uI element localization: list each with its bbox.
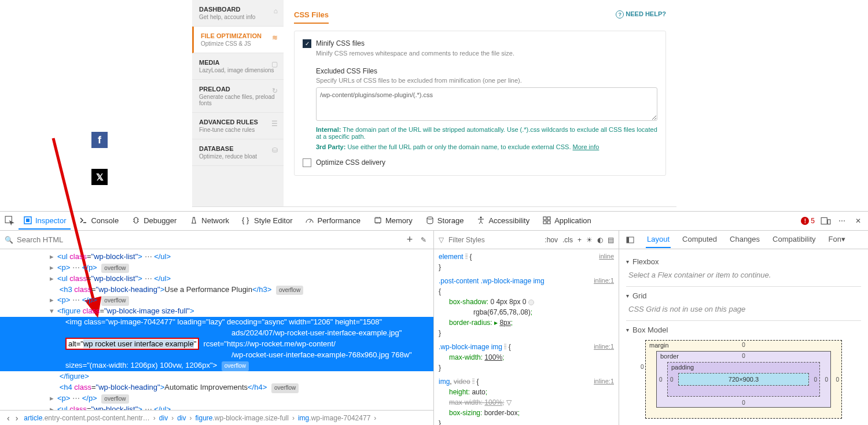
crumb-div[interactable]: div	[157, 413, 170, 423]
sidebar-item-advanced[interactable]: ADVANCED RULES Fine-tune cache rules ☰	[192, 113, 284, 139]
wp-sidebar: DASHBOARD Get help, account info ⌂ FILE …	[192, 0, 284, 206]
sidebar-title: DASHBOARD	[199, 6, 277, 13]
more-info-link[interactable]: More info	[573, 143, 599, 150]
styles-pane: ▽ :hov .cls + ☀ ◐ ▤ element ⦙⦙ { inline …	[434, 231, 619, 425]
need-help-link[interactable]: ?NEED HELP?	[616, 10, 666, 19]
close-icon[interactable]: ✕	[853, 216, 863, 226]
svg-rect-9	[547, 217, 550, 220]
layout-tab-computed[interactable]: Computed	[681, 231, 718, 248]
error-count[interactable]: !5	[801, 217, 815, 225]
layout-tabs: Layout Computed Changes Compatibility Fo…	[619, 231, 868, 249]
print-icon[interactable]: ▤	[608, 236, 614, 244]
box-model-diagram[interactable]: margin 00 border 0000 padding 00 720×900…	[645, 340, 842, 419]
sidebar-item-file-optimization[interactable]: FILE OPTIMIZATION Optimize CSS & JS ≋	[192, 27, 284, 53]
sidebar-sub: Fine-tune cache rules	[199, 127, 277, 133]
crumb-div2[interactable]: div	[175, 413, 188, 423]
sidebar-title: MEDIA	[199, 59, 277, 66]
image-icon: ▢	[271, 60, 278, 68]
sidebar-item-media[interactable]: MEDIA LazyLoad, image dimensions ▢	[192, 53, 284, 80]
search-html-input[interactable]	[17, 235, 401, 244]
rules-list[interactable]: element ⦙⦙ { inline } .post-content .wp-…	[434, 249, 619, 425]
sidebar-item-dashboard[interactable]: DASHBOARD Get help, account info ⌂	[192, 0, 284, 27]
crumb-figure[interactable]: figure.wp-block-image.size-full	[193, 413, 290, 423]
layout-tab-fonts[interactable]: Fon▾	[827, 231, 847, 248]
devtools: Inspector Console Debugger Network { }St…	[0, 211, 868, 425]
svg-rect-10	[543, 221, 546, 224]
html-search-bar: 🔍 + ✎	[0, 231, 433, 249]
tab-performance[interactable]: Performance	[300, 212, 365, 230]
add-node-icon[interactable]: +	[404, 235, 415, 245]
sidebar-sub: Optimize CSS & JS	[201, 40, 277, 47]
layout-tab-layout[interactable]: Layout	[646, 231, 671, 248]
checkbox-empty-icon[interactable]	[303, 158, 311, 167]
sidebar-sub: Generate cache files, preload fonts	[199, 94, 277, 106]
layout-body: ▾Flexbox Select a Flex container or item…	[619, 249, 868, 425]
layout-tab-changes[interactable]: Changes	[729, 231, 761, 248]
tab-style-editor[interactable]: { }Style Editor	[237, 212, 297, 230]
x-twitter-icon[interactable]: 𝕏	[91, 169, 108, 185]
sidebar-sub: Get help, account info	[199, 14, 277, 20]
css-card: ✓ Minify CSS files Minify CSS removes wh…	[294, 31, 666, 176]
minify-label: Minify CSS files	[316, 39, 365, 47]
eyedropper-icon[interactable]: ✎	[418, 235, 429, 245]
crumb-article[interactable]: article.entry-content.post-content.hentr…	[21, 413, 152, 423]
sidebar-toggle-icon[interactable]	[625, 235, 635, 245]
excluded-css-input[interactable]	[316, 87, 657, 121]
sidebar-title: PRELOAD	[199, 86, 277, 93]
excluded-label: Excluded CSS Files	[316, 67, 657, 75]
checkbox-checked-icon[interactable]: ✓	[303, 39, 311, 48]
svg-rect-11	[547, 221, 550, 224]
optimize-delivery-label: Optimize CSS delivery	[316, 158, 385, 167]
facebook-icon[interactable]: f	[91, 132, 108, 148]
grid-section-toggle[interactable]: ▾Grid	[626, 291, 861, 300]
layout-tab-compat[interactable]: Compatibility	[771, 231, 816, 248]
devtools-tabs: Inspector Console Debugger Network { }St…	[0, 212, 868, 231]
filter-styles-input[interactable]	[448, 236, 540, 244]
page-content: DASHBOARD Get help, account info ⌂ FILE …	[0, 0, 868, 211]
tab-console[interactable]: Console	[74, 212, 123, 230]
search-icon: 🔍	[5, 236, 13, 244]
sidebar-item-preload[interactable]: PRELOAD Generate cache files, preload fo…	[192, 80, 284, 113]
html-tree[interactable]: ▸<ul class="wp-block-list"> ⋯ </ul> ▸<p>…	[0, 249, 433, 410]
svg-rect-5	[375, 218, 381, 223]
light-mode-icon[interactable]: ☀	[586, 236, 593, 244]
excluded-desc: Specify URLs of CSS files to be excluded…	[316, 77, 657, 84]
refresh-icon: ↻	[272, 87, 278, 95]
padding-label: padding	[671, 364, 694, 371]
pick-element-icon[interactable]	[5, 216, 15, 226]
boxmodel-section-toggle[interactable]: ▾Box Model	[626, 326, 861, 334]
kebab-menu-icon[interactable]: ⋯	[837, 216, 847, 226]
svg-rect-12	[821, 217, 827, 224]
minify-css-option[interactable]: ✓ Minify CSS files	[303, 39, 657, 48]
tab-accessibility[interactable]: Accessibility	[472, 212, 534, 230]
flexbox-section-toggle[interactable]: ▾Flexbox	[626, 257, 861, 266]
tab-memory[interactable]: Memory	[369, 212, 417, 230]
stack-icon: ≋	[272, 34, 278, 42]
sidebar-item-database[interactable]: DATABASE Optimize, reduce bloat ⛁	[192, 139, 284, 166]
hov-toggle[interactable]: :hov	[545, 236, 558, 244]
internal-note: Internal: The domain part of the URL wil…	[316, 126, 657, 140]
crumb-prev[interactable]: ‹	[5, 413, 12, 423]
svg-rect-15	[627, 237, 629, 243]
optimize-delivery-option[interactable]: Optimize CSS delivery	[303, 158, 657, 167]
tab-application[interactable]: Application	[538, 212, 596, 230]
svg-rect-13	[827, 220, 830, 224]
sidebar-sub: Optimize, reduce bloat	[199, 153, 277, 160]
home-icon: ⌂	[274, 7, 278, 15]
tab-storage[interactable]: Storage	[421, 212, 469, 230]
wp-rocket-panel: DASHBOARD Get help, account info ⌂ FILE …	[192, 0, 676, 207]
tab-network[interactable]: Network	[185, 212, 234, 230]
sidebar-sub: LazyLoad, image dimensions	[199, 67, 277, 73]
crumb-img[interactable]: img.wp-image-7042477	[296, 413, 373, 423]
tab-debugger[interactable]: Debugger	[127, 212, 181, 230]
sidebar-title: ADVANCED RULES	[199, 119, 277, 125]
responsive-mode-icon[interactable]	[821, 216, 831, 226]
tab-inspector[interactable]: Inspector	[19, 212, 71, 230]
error-icon: !	[801, 217, 809, 225]
cls-toggle[interactable]: .cls	[562, 236, 573, 244]
add-rule-icon[interactable]: +	[578, 236, 582, 244]
html-pane: 🔍 + ✎ ▸<ul class="wp-block-list"> ⋯ </ul…	[0, 231, 434, 425]
crumb-next[interactable]: ›	[13, 413, 21, 423]
margin-label: margin	[649, 342, 669, 349]
contrast-icon[interactable]: ◐	[597, 236, 603, 244]
